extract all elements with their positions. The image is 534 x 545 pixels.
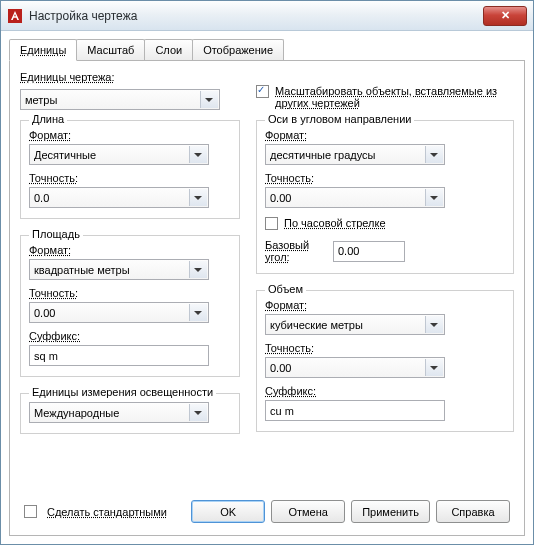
window-title: Настройка чертежа [29, 9, 483, 23]
tabstrip: Единицы Масштаб Слои Отображение [9, 39, 525, 61]
volume-suffix-input[interactable]: cu m [265, 400, 445, 421]
volume-group: Объем Формат: кубические метры Точность:… [256, 290, 514, 432]
lighting-select[interactable]: Международные [29, 402, 209, 423]
close-button[interactable]: ✕ [483, 6, 527, 26]
angular-precision-select[interactable]: 0.00 [265, 187, 445, 208]
length-group: Длина Формат: Десятичные Точность: 0.0 [20, 120, 240, 219]
titlebar: Настройка чертежа ✕ [1, 1, 533, 31]
length-precision-label: Точность: [29, 172, 231, 184]
length-precision-select[interactable]: 0.0 [29, 187, 209, 208]
make-default-label: Сделать стандартными [47, 506, 167, 518]
help-button[interactable]: Справка [436, 500, 510, 523]
angular-group: Оси в угловом направлении Формат: десяти… [256, 120, 514, 274]
area-legend: Площадь [29, 228, 83, 240]
close-icon: ✕ [501, 10, 510, 21]
dialog-window: Настройка чертежа ✕ Единицы Масштаб Слои… [0, 0, 534, 545]
angular-format-label: Формат: [265, 129, 505, 141]
tabpage-units: Единицы чертежа: метры Масштабировать об… [9, 61, 525, 536]
lighting-legend: Единицы измерения освещенности [29, 386, 216, 398]
volume-precision-select[interactable]: 0.00 [265, 357, 445, 378]
volume-format-label: Формат: [265, 299, 505, 311]
tab-units[interactable]: Единицы [9, 39, 77, 61]
volume-suffix-label: Суффикс: [265, 385, 505, 397]
app-icon [7, 8, 23, 24]
angular-precision-label: Точность: [265, 172, 505, 184]
lighting-group: Единицы измерения освещенности Междунаро… [20, 393, 240, 434]
area-precision-label: Точность: [29, 287, 231, 299]
volume-precision-label: Точность: [265, 342, 505, 354]
tab-display[interactable]: Отображение [192, 39, 284, 60]
area-precision-select[interactable]: 0.00 [29, 302, 209, 323]
area-group: Площадь Формат: квадратные метры Точност… [20, 235, 240, 377]
tab-layers[interactable]: Слои [144, 39, 193, 60]
volume-legend: Объем [265, 283, 306, 295]
clockwise-checkbox[interactable] [265, 217, 278, 230]
drawing-units-label: Единицы чертежа: [20, 71, 240, 83]
scale-on-insert-checkbox[interactable] [256, 85, 269, 98]
base-angle-label: Базовыйугол: [265, 239, 325, 263]
angular-legend: Оси в угловом направлении [265, 113, 414, 125]
area-format-select[interactable]: квадратные метры [29, 259, 209, 280]
area-format-label: Формат: [29, 244, 231, 256]
make-default-checkbox[interactable] [24, 505, 37, 518]
area-suffix-input[interactable]: sq m [29, 345, 209, 366]
length-format-label: Формат: [29, 129, 231, 141]
footer: Сделать стандартными OK Отмена Применить… [20, 492, 514, 527]
base-angle-input[interactable]: 0.00 [333, 241, 405, 262]
angular-format-select[interactable]: десятичные градусы [265, 144, 445, 165]
area-suffix-label: Суффикс: [29, 330, 231, 342]
length-format-select[interactable]: Десятичные [29, 144, 209, 165]
apply-button[interactable]: Применить [351, 500, 430, 523]
client-area: Единицы Масштаб Слои Отображение Единицы… [1, 31, 533, 544]
scale-on-insert-label: Масштабировать объекты, вставляемые из д… [275, 85, 497, 109]
length-legend: Длина [29, 113, 67, 125]
ok-button[interactable]: OK [191, 500, 265, 523]
cancel-button[interactable]: Отмена [271, 500, 345, 523]
drawing-units-select[interactable]: метры [20, 89, 220, 110]
volume-format-select[interactable]: кубические метры [265, 314, 445, 335]
tab-scale[interactable]: Масштаб [76, 39, 145, 60]
clockwise-label: По часовой стрелке [284, 217, 386, 229]
